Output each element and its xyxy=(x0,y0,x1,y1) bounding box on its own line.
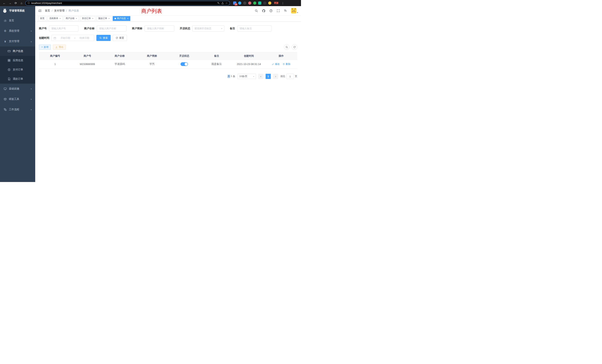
short-name-input[interactable] xyxy=(145,25,174,32)
close-icon[interactable]: × xyxy=(127,17,129,20)
remark-input[interactable] xyxy=(237,25,271,32)
password-key-icon[interactable] xyxy=(217,2,220,4)
extension-icon[interactable] xyxy=(263,1,266,5)
sidebar-toggle-icon[interactable] xyxy=(38,9,42,13)
extension-badge: 10 xyxy=(235,3,237,6)
cell-short-name: 芋艿 xyxy=(136,63,168,66)
site-info-icon[interactable]: ⓘ xyxy=(28,1,30,5)
close-icon[interactable]: × xyxy=(108,17,110,20)
app-title: 芋道管理系统 xyxy=(9,9,25,12)
chevron-down-icon: ▾ xyxy=(31,88,32,90)
edit-link[interactable]: 修改 xyxy=(272,63,280,66)
full-name-input[interactable] xyxy=(97,25,126,32)
breadcrumb-home[interactable]: 首页 xyxy=(45,9,50,12)
sidebar-item-system[interactable]: ⚙ 系统管理 ▾ xyxy=(0,26,35,36)
extension-icon[interactable] xyxy=(243,1,246,5)
gear-icon: ⚙ xyxy=(3,29,7,33)
close-icon[interactable]: × xyxy=(92,17,93,20)
filter-row-2: 创建时间 开始日期 - 结束日期 搜索 xyxy=(39,35,297,41)
tab-user-group[interactable]: 用户分组 × xyxy=(64,16,79,21)
app-logo[interactable]: 芋道管理系统 xyxy=(0,6,35,15)
browser-update-button[interactable]: 更新 xyxy=(274,1,279,5)
share-icon[interactable] xyxy=(221,2,224,4)
full-name-label: 商户全称 xyxy=(84,27,95,30)
search-icon xyxy=(285,46,288,48)
help-icon[interactable] xyxy=(269,9,273,12)
tab-label: 用户分组 xyxy=(66,17,75,20)
browser-home-button[interactable]: ⌂ xyxy=(20,1,23,5)
date-separator: - xyxy=(75,36,75,39)
tab-refund-order[interactable]: 退款订单 × xyxy=(96,16,112,21)
col-header-remark: 备注 xyxy=(200,54,233,58)
export-button[interactable]: 导出 xyxy=(53,44,66,50)
cell-actions: 修改 删除 xyxy=(265,63,297,66)
sidebar-item-dev-tools[interactable]: 研发工具 ▾ xyxy=(0,94,35,104)
bookmark-star-icon[interactable]: ☆ xyxy=(225,2,228,4)
sidebar-item-merchant-info[interactable]: 商户信息 xyxy=(0,46,35,56)
cell-merchant-id: 1 xyxy=(39,63,71,66)
sidebar-item-infrastructure[interactable]: 基础设施 ▾ xyxy=(0,84,35,94)
browser-reload-button[interactable]: ⟳ xyxy=(14,1,18,5)
sidebar-item-payment[interactable]: ¥ 支付管理 ▴ xyxy=(0,36,35,46)
create-time-range-picker[interactable]: 开始日期 - 结束日期 xyxy=(52,35,94,41)
breadcrumb-payment[interactable]: 支付管理 xyxy=(54,9,64,12)
pay-order-icon xyxy=(7,68,11,71)
merchant-no-input[interactable] xyxy=(49,25,79,32)
search-icon[interactable] xyxy=(255,9,258,12)
filter-row-1: 商户号 商户全称 商户简称 开启状态 请选择开启状态 xyxy=(39,25,297,32)
sidebar-item-app-info[interactable]: 应用信息 xyxy=(0,56,35,65)
delete-link[interactable]: 删除 xyxy=(283,63,290,66)
browser-back-button[interactable]: ← xyxy=(2,1,6,5)
tab-home[interactable]: 首页 xyxy=(38,16,46,21)
sidebar-item-home[interactable]: 首页 xyxy=(0,15,35,26)
address-bar[interactable]: ⓘ localhost:1024/pay/merchant ☆ xyxy=(25,1,230,6)
reset-button[interactable]: 重置 xyxy=(113,35,127,41)
prev-page-button[interactable]: ‹ xyxy=(258,74,263,79)
breadcrumb-separator: / xyxy=(66,9,67,12)
search-button[interactable]: 搜索 xyxy=(96,35,111,41)
goto-page-input[interactable] xyxy=(286,74,294,79)
table-row: 1 M233666999 芋道源码 芋艿 我是备注 2021-10-23 08:… xyxy=(39,60,297,69)
sidebar-item-pay-order[interactable]: 支付订单 xyxy=(0,65,35,74)
page-1-button[interactable]: 1 xyxy=(266,74,271,79)
browser-forward-button[interactable]: → xyxy=(8,1,12,5)
sidebar-item-label: 应用信息 xyxy=(13,59,23,62)
next-page-button[interactable]: › xyxy=(273,74,278,79)
show-search-button[interactable] xyxy=(284,44,290,50)
start-date-placeholder: 开始日期 xyxy=(58,36,73,40)
tab-pay-order[interactable]: 支付订单 × xyxy=(80,16,95,21)
fullscreen-icon[interactable] xyxy=(277,9,280,12)
tab-label: 支付订单 xyxy=(82,17,91,20)
extension-icon[interactable] xyxy=(238,1,241,5)
extension-icon[interactable] xyxy=(253,1,256,5)
github-icon[interactable] xyxy=(262,9,265,13)
sidebar-item-workflow[interactable]: 工作流程 ▾ xyxy=(0,104,35,115)
sidebar-item-refund-order[interactable]: 退款订单 xyxy=(0,74,35,84)
sidebar-item-label: 商户信息 xyxy=(13,50,23,53)
browser-chrome: ← → ⟳ ⌂ ⓘ localhost:1024/pay/merchant ☆ … xyxy=(0,0,301,6)
cell-create-time: 2021-10-23 08:31:14 xyxy=(233,63,265,66)
extensions-area: 10 xyxy=(233,1,271,5)
status-toggle[interactable] xyxy=(181,62,188,66)
edit-link-label: 修改 xyxy=(275,63,280,66)
status-select[interactable]: 请选择开启状态 ▾ xyxy=(192,25,224,32)
browser-profile-avatar[interactable] xyxy=(268,1,271,5)
close-icon[interactable]: × xyxy=(76,17,77,20)
extension-icon[interactable] xyxy=(258,1,261,5)
tab-label: 流程表单 xyxy=(49,17,58,20)
search-icon xyxy=(99,37,102,39)
extension-icon[interactable] xyxy=(248,1,251,5)
grid-icon xyxy=(7,59,11,62)
browser-menu-icon[interactable]: ⋮ xyxy=(281,2,284,5)
add-button[interactable]: + 新增 xyxy=(39,44,51,50)
close-icon[interactable]: × xyxy=(60,17,61,20)
user-avatar[interactable]: ▾ xyxy=(291,8,298,13)
extension-icon[interactable]: 10 xyxy=(233,1,236,5)
page-size-select[interactable]: 10条/页 ▾ xyxy=(237,74,256,79)
refresh-table-button[interactable] xyxy=(292,44,297,50)
col-header-create-time: 创建时间 xyxy=(233,54,265,58)
tab-process-form[interactable]: 流程表单 × xyxy=(47,16,63,21)
font-size-icon[interactable] xyxy=(284,9,287,12)
tab-merchant-info[interactable]: 商户信息 × xyxy=(113,16,130,21)
total-suffix: 条 xyxy=(233,75,235,78)
